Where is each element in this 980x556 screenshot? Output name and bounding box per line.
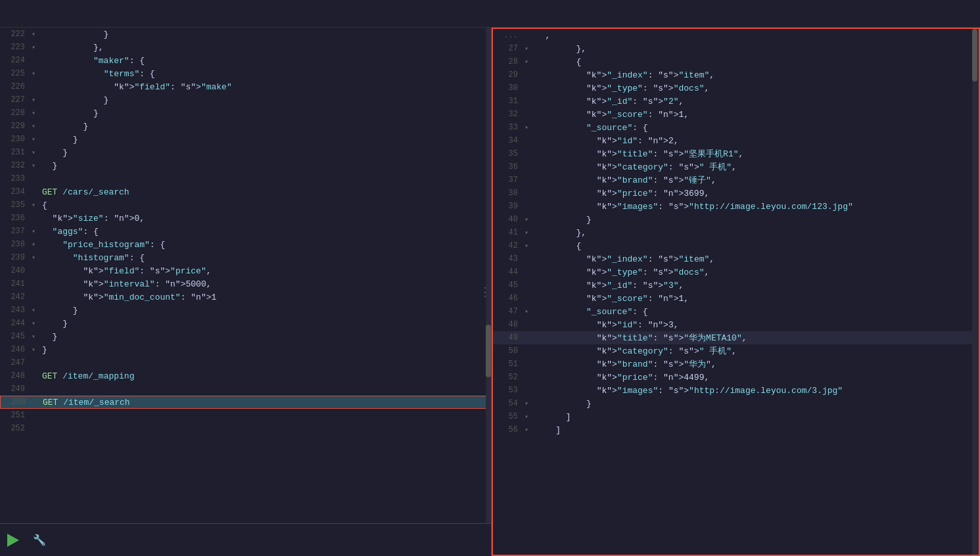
fold-arrow[interactable] (32, 189, 39, 196)
table-row[interactable]: 242 "k">"min_doc_count": "n">1 (0, 290, 491, 304)
fold-arrow[interactable]: ▾ (525, 229, 532, 237)
table-row[interactable]: 54▾ } (493, 397, 979, 410)
table-row[interactable]: 35 "k">"title": "s">"坚果手机R1", (493, 147, 979, 160)
fold-arrow[interactable] (525, 348, 532, 355)
table-row[interactable]: 50 "k">"category": "s">" 手机", (493, 344, 979, 358)
table-row[interactable]: 56▾ ] (493, 423, 979, 436)
fold-arrow[interactable]: ▾ (32, 135, 39, 143)
table-row[interactable]: 241 "k">"interval": "n">5000, (0, 277, 491, 290)
table-row[interactable]: 227▾ } (0, 93, 491, 106)
fold-arrow[interactable] (32, 267, 39, 275)
fold-arrow[interactable] (525, 269, 532, 276)
fold-arrow[interactable] (32, 294, 39, 301)
fold-arrow[interactable] (525, 164, 532, 171)
table-row[interactable]: 243▾ } (0, 304, 491, 317)
fold-arrow[interactable]: ▾ (32, 162, 39, 170)
table-row[interactable]: 229▾ } (0, 120, 491, 133)
wrench-button[interactable]: 🔧 (29, 530, 50, 551)
fold-arrow[interactable] (525, 282, 532, 289)
fold-arrow[interactable] (525, 137, 532, 145)
table-row[interactable]: 49 "k">"title": "s">"华为META10", (493, 331, 979, 344)
table-row[interactable]: 252 (0, 422, 491, 435)
table-row[interactable]: 32 "k">"_score": "n">1, (493, 108, 979, 121)
table-row[interactable]: 222▾ } (0, 28, 491, 41)
table-row[interactable]: 41▾ }, (493, 226, 979, 239)
table-row[interactable]: 34 "k">"id": "n">2, (493, 134, 979, 147)
table-row[interactable]: 55▾ ] (493, 410, 979, 423)
fold-arrow[interactable]: ▾ (525, 45, 532, 53)
fold-arrow[interactable] (525, 85, 532, 92)
table-row[interactable]: 238▾ "price_histogram": { (0, 238, 491, 251)
fold-arrow[interactable]: ▾ (32, 241, 39, 248)
fold-arrow[interactable] (32, 281, 39, 288)
table-row[interactable]: 249 (0, 382, 491, 396)
table-row[interactable]: 247 (0, 356, 491, 369)
table-row[interactable]: 228▾ } (0, 106, 491, 120)
right-scrollbar[interactable] (972, 29, 979, 555)
fold-arrow[interactable] (525, 111, 532, 118)
fold-arrow[interactable] (525, 361, 532, 368)
table-row[interactable]: 224 "maker": { (0, 54, 491, 67)
table-row[interactable]: 31 "k">"_id": "s">"2", (493, 95, 979, 108)
fold-arrow[interactable] (525, 295, 532, 302)
table-row[interactable]: 240 "k">"field": "s">"price", (0, 264, 491, 277)
fold-arrow[interactable]: ▾ (525, 58, 532, 66)
fold-arrow[interactable] (32, 412, 39, 419)
fold-arrow[interactable]: ▾ (525, 242, 532, 250)
table-row[interactable]: 36 "k">"category": "s">" 手机", (493, 160, 979, 174)
fold-arrow[interactable]: ▾ (32, 96, 39, 104)
table-row[interactable]: 43 "k">"_index": "s">"item", (493, 252, 979, 266)
table-row[interactable]: 27▾ }, (493, 42, 979, 55)
table-row[interactable]: 223▾ }, (0, 41, 491, 54)
fold-arrow[interactable]: ▾ (32, 43, 39, 51)
drag-handle[interactable]: ⋮ (479, 285, 491, 299)
fold-arrow[interactable]: ▾ (32, 227, 39, 235)
table-row[interactable]: 28▾ { (493, 55, 979, 68)
table-row[interactable]: 244▾ } (0, 317, 491, 330)
fold-arrow[interactable]: ▾ (32, 149, 39, 156)
table-row[interactable]: 42▾ { (493, 239, 979, 252)
fold-arrow[interactable] (525, 177, 532, 184)
fold-arrow[interactable]: ▾ (32, 306, 39, 314)
table-row[interactable]: 30 "k">"_type": "s">"docs", (493, 81, 979, 95)
fold-arrow[interactable] (32, 215, 39, 222)
fold-arrow[interactable] (525, 190, 532, 197)
table-row[interactable]: 233 (0, 172, 491, 185)
fold-arrow[interactable]: ▾ (32, 70, 39, 78)
fold-arrow[interactable] (525, 98, 532, 105)
table-row[interactable]: 46 "k">"_score": "n">1, (493, 292, 979, 305)
table-row[interactable]: ... , (493, 29, 979, 42)
table-row[interactable]: 48 "k">"id": "n">3, (493, 318, 979, 331)
table-row[interactable]: 246▾} (0, 343, 491, 356)
fold-arrow[interactable]: ▾ (525, 413, 532, 421)
table-row[interactable]: 53 "k">"images": "s">"http://image.leyou… (493, 384, 979, 397)
table-row[interactable]: 250 GET /item/_search (0, 396, 491, 409)
table-row[interactable]: 44 "k">"_type": "s">"docs", (493, 266, 979, 279)
play-button[interactable] (3, 530, 24, 551)
fold-arrow[interactable]: ▾ (525, 308, 532, 315)
fold-arrow[interactable] (525, 256, 532, 263)
fold-arrow[interactable] (525, 335, 532, 342)
table-row[interactable]: 37 "k">"brand": "s">"锤子", (493, 174, 979, 187)
fold-arrow[interactable]: ▾ (32, 333, 39, 340)
fold-arrow[interactable] (32, 425, 39, 432)
fold-arrow[interactable] (525, 387, 532, 394)
table-row[interactable]: 225▾ "terms": { (0, 67, 491, 80)
fold-arrow[interactable] (32, 373, 39, 380)
fold-arrow[interactable] (32, 359, 39, 367)
fold-arrow[interactable] (32, 83, 39, 91)
table-row[interactable]: 29 "k">"_index": "s">"item", (493, 68, 979, 81)
table-row[interactable]: 235▾{ (0, 198, 491, 212)
fold-arrow[interactable] (525, 321, 532, 329)
right-scroll-thumb[interactable] (972, 29, 977, 81)
fold-arrow[interactable]: ▾ (32, 122, 39, 130)
table-row[interactable]: 248 GET /item/_mapping (0, 369, 491, 382)
table-row[interactable]: 231▾ } (0, 146, 491, 159)
table-row[interactable]: 33▾ "_source": { (493, 121, 979, 134)
fold-arrow[interactable]: ▾ (32, 109, 39, 117)
fold-arrow[interactable] (525, 151, 532, 158)
table-row[interactable]: 39 "k">"images": "s">"http://image.leyou… (493, 200, 979, 213)
table-row[interactable]: 251 (0, 409, 491, 422)
fold-arrow[interactable]: ▾ (32, 319, 39, 327)
fold-arrow[interactable]: ▾ (525, 216, 532, 223)
